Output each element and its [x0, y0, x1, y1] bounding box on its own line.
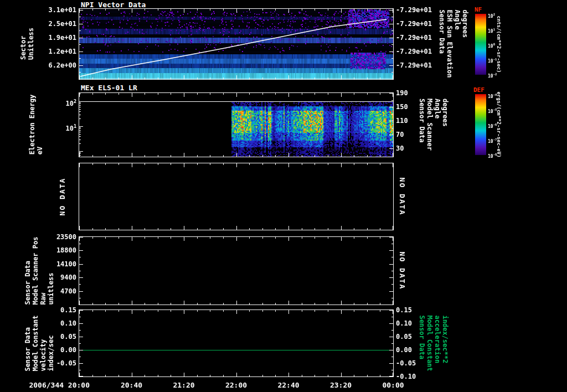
panel-els-spectrogram — [79, 92, 394, 157]
model-constant-canvas — [79, 310, 393, 376]
p4-left-tick: 18800 — [48, 246, 76, 254]
nf-colorbar-title: NF — [475, 6, 482, 13]
panel1-title: NPI Vector Data — [81, 1, 146, 9]
p1-right-axis-label-line: Angle — [453, 10, 461, 78]
p2-left-tick: 101 — [54, 122, 76, 132]
p2-left-tick: 102 — [54, 97, 76, 107]
nf-colorbar-tick: 100 — [488, 42, 507, 49]
panel-model-constant — [79, 310, 394, 377]
nf-colorbar-units: cnts/(cm**2-sr-sec) — [496, 16, 502, 73]
p2-right-tick: 70 — [396, 131, 418, 138]
p3-no-data-left-label-line: NO DATA — [59, 178, 66, 216]
p4-left-axis-label-line: Model Scanner Pos — [32, 237, 39, 305]
p1-left-tick: 1.9e+01 — [31, 34, 76, 42]
p3-no-data-right-label-line: NO DATA — [399, 178, 406, 216]
p1-right-tick: -7.29e+01 — [396, 34, 446, 42]
p1-left-tick: 2.5e+01 — [31, 20, 76, 28]
p4-left-tick: 9400 — [48, 274, 76, 281]
p1-right-tick: -7.29e+01 — [396, 6, 446, 14]
p1-right-tick: -7.29e+01 — [396, 48, 446, 55]
p5-right-tick: -0.10 — [396, 373, 425, 380]
p4-left-tick: 4700 — [48, 287, 76, 295]
p5-left-tick: -0.05 — [48, 359, 76, 367]
def-colorbar-tick: 10-7 — [488, 137, 507, 145]
def-colorbar-units-line: ergs/(cm**2-sr-sec-eV) — [496, 91, 502, 157]
nf-colorbar-tick: 101 — [488, 27, 507, 34]
p5-right-tick: 0.15 — [396, 306, 425, 314]
p5-left-axis-label-line: Model Constant — [32, 315, 39, 371]
def-colorbar-units: ergs/(cm**2-sr-sec-eV) — [496, 91, 502, 157]
p5-left-axis-label-line: index/sec — [48, 315, 55, 371]
plot-figure: NPI Vector Data MEx ELS-01 LR NF DEF 3.1… — [0, 0, 567, 392]
p2-right-axis-label: Sensor DataModel ScannerAngledegrees — [418, 99, 449, 151]
def-colorbar-title: DEF — [473, 86, 484, 94]
p2-left-axis-label-line: eV — [37, 95, 44, 154]
x-axis-tick-label: 20:40 — [107, 381, 157, 389]
p2-right-tick: 30 — [396, 145, 418, 152]
p1-right-axis-label: Sensor DataESH Sun ElevationAngledegrees — [438, 10, 468, 78]
npi-spectrogram-canvas — [79, 9, 393, 79]
no-data-1-canvas — [79, 163, 393, 230]
p1-right-axis-label-line: Sensor Data — [438, 10, 445, 78]
p4-left-tick: 23500 — [48, 233, 76, 241]
p1-left-axis-label: SectorUnitless — [20, 28, 35, 60]
p4-left-axis-label-line: Raw — [40, 237, 47, 305]
p4-no-data-right-label-line: NO DATA — [399, 252, 406, 290]
p5-left-tick: 0.15 — [48, 306, 76, 314]
def-colorbar — [475, 94, 486, 155]
p5-right-axis-label-line: Model Constant — [426, 315, 433, 371]
p4-left-axis-label-line: unitless — [48, 237, 55, 305]
p5-right-axis-label-line: Sensor Data — [418, 315, 425, 371]
panel2-title: MEx ELS-01 LR — [81, 84, 137, 92]
p2-left-axis-label: Electron EnergyeV — [29, 95, 44, 154]
p4-no-data-right-label: NO DATA — [399, 252, 406, 290]
def-colorbar-tick: 10-6 — [488, 122, 507, 130]
p2-right-tick: 150 — [396, 103, 418, 111]
p1-left-tick: 6.2e+00 — [31, 61, 76, 69]
p4-left-axis-label-line: Sensor Data — [24, 237, 32, 305]
panel-npi-spectrogram — [79, 8, 394, 80]
p1-left-axis-label-line: Unitless — [28, 28, 35, 60]
def-colorbar-tick: 10-4 — [488, 92, 507, 100]
p5-right-axis-label-line: acceleration — [434, 315, 441, 371]
p5-left-axis-label: Sensor DataModel Constantvelocityindex/s… — [24, 315, 55, 371]
p2-right-tick: 190 — [396, 89, 418, 97]
p3-no-data-left-label: NO DATA — [59, 178, 66, 216]
x-axis-tick-label: 22:00 — [212, 381, 261, 389]
def-colorbar-tick: 10-5 — [488, 107, 507, 115]
p1-left-tick: 3.1e+01 — [31, 6, 76, 14]
p5-right-tick: -0.05 — [396, 359, 425, 367]
p2-right-axis-label-line: Model Scanner — [426, 99, 433, 151]
p2-left-axis-label-line: Electron Energy — [29, 95, 36, 154]
p5-right-tick: 0.10 — [396, 319, 425, 327]
p5-right-axis-label: Sensor DataModel Constantaccelerationind… — [418, 315, 449, 371]
p1-left-tick: 1.2e+01 — [31, 48, 76, 55]
p4-left-axis-label: Sensor DataModel Scanner PosRawunitless — [24, 237, 55, 305]
p5-left-tick: 0.05 — [48, 333, 76, 341]
p5-right-tick: 0.00 — [396, 346, 425, 354]
x-axis-tick-label: 23:20 — [316, 381, 366, 389]
p2-right-axis-label-line: Angle — [434, 99, 441, 151]
p1-right-tick: -7.29e+01 — [396, 61, 446, 69]
nf-colorbar — [475, 14, 486, 75]
p5-left-tick: 0.00 — [48, 346, 76, 354]
x-axis-tick-label: 21:20 — [159, 381, 209, 389]
x-axis-tick-label: 00:00 — [368, 381, 418, 389]
p2-right-axis-label-line: degrees — [441, 99, 449, 151]
p2-right-tick: 110 — [396, 117, 418, 125]
nf-colorbar-tick: 102 — [488, 12, 507, 19]
p3-no-data-right-label: NO DATA — [399, 178, 406, 216]
p1-right-tick: -7.29e+01 — [396, 20, 446, 28]
els-spectrogram-canvas — [79, 93, 393, 157]
nf-colorbar-units-line: cnts/(cm**2-sr-sec) — [496, 16, 502, 73]
p5-right-tick: 0.05 — [396, 333, 425, 341]
p2-right-axis-label-line: Sensor Data — [418, 99, 425, 151]
def-colorbar-tick: 10-8 — [488, 152, 507, 159]
x-axis-tick-label: 22:40 — [264, 381, 313, 389]
p1-left-axis-label-line: Sector — [20, 28, 27, 60]
p1-right-axis-label-line: degrees — [461, 10, 468, 78]
p5-right-axis-label-line: index/sec**2 — [441, 315, 449, 371]
nf-colorbar-tick: 10-2 — [488, 71, 507, 79]
panel-scanner-pos — [79, 236, 394, 305]
scanner-pos-canvas — [79, 237, 393, 305]
